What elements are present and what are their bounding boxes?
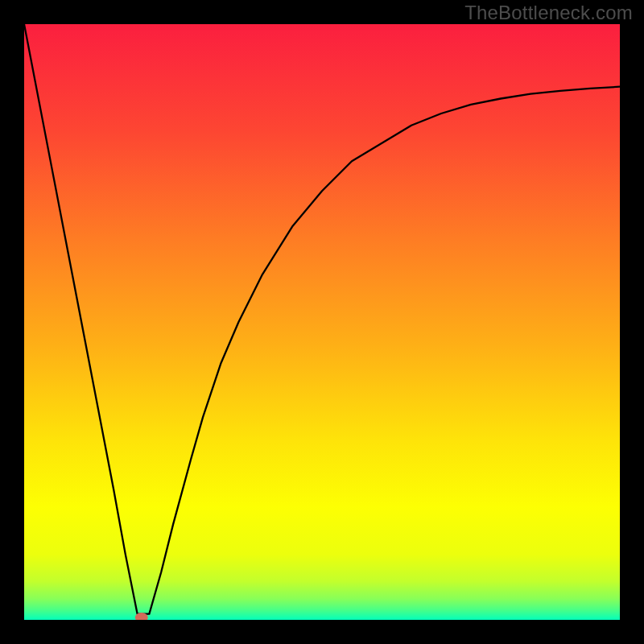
chart-frame: TheBottleneck.com (0, 0, 644, 644)
chart-background (24, 24, 620, 620)
chart-svg (24, 24, 620, 620)
watermark-text: TheBottleneck.com (464, 2, 633, 24)
